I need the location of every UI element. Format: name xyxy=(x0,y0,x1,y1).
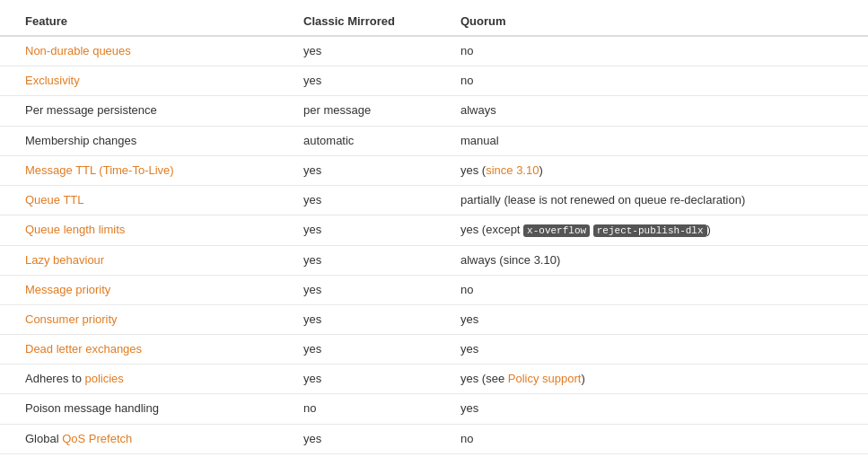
classic-cell: yes xyxy=(278,155,435,185)
page-wrapper: Feature Classic Mirrored Quorum Non-dura… xyxy=(0,0,868,457)
feature-link[interactable]: Queue length limits xyxy=(25,223,125,236)
feature-cell: Consumer priority xyxy=(0,304,278,334)
classic-cell: yes xyxy=(278,245,435,275)
quorum-cell: no xyxy=(435,66,868,96)
feature-cell: Global QoS Prefetch xyxy=(0,424,278,453)
feature-cell: Dead letter exchanges xyxy=(0,335,278,365)
feature-cell: Lazy behaviour xyxy=(0,245,278,275)
classic-cell: yes xyxy=(278,304,435,334)
feature-inline-link[interactable]: QoS Prefetch xyxy=(62,432,132,445)
feature-text: Adheres to xyxy=(25,372,85,385)
classic-cell: yes xyxy=(278,275,435,304)
quorum-cell: yes (except x-overflow reject-publish-dl… xyxy=(435,215,868,245)
quorum-cell: yes (see Policy support) xyxy=(435,365,868,394)
quorum-cell: yes (since 3.10) xyxy=(435,155,868,185)
quorum-cell: always xyxy=(435,96,868,126)
classic-cell: no xyxy=(278,394,435,424)
feature-cell: Message priority xyxy=(0,275,278,304)
quorum-link[interactable]: Policy support xyxy=(508,372,582,385)
table-row: Poison message handlingnoyes xyxy=(0,394,868,424)
classic-cell: yes xyxy=(278,185,435,215)
feature-link[interactable]: Lazy behaviour xyxy=(25,253,104,267)
feature-link[interactable]: Consumer priority xyxy=(25,312,118,326)
feature-cell: Per message persistence xyxy=(0,96,278,126)
feature-link[interactable]: Queue TTL xyxy=(25,193,84,207)
classic-cell: yes xyxy=(278,66,435,96)
comparison-table: Feature Classic Mirrored Quorum Non-dura… xyxy=(0,7,868,454)
header-feature: Feature xyxy=(0,7,278,36)
quorum-cell: manual xyxy=(435,126,868,155)
table-row: Message TTL (Time-To-Live)yesyes (since … xyxy=(0,155,868,185)
table-row: Global QoS Prefetchyesno xyxy=(0,424,868,453)
table-row: Message priorityyesno xyxy=(0,275,868,304)
classic-cell: yes xyxy=(278,424,435,453)
quorum-cell: yes xyxy=(435,335,868,365)
quorum-cell: partially (lease is not renewed on queue… xyxy=(435,185,868,215)
classic-cell: per message xyxy=(278,96,435,126)
feature-cell: Membership changes xyxy=(0,126,278,155)
classic-cell: yes xyxy=(278,365,435,394)
feature-inline-link[interactable]: policies xyxy=(85,372,124,385)
feature-link[interactable]: Non-durable queues xyxy=(25,44,131,57)
table-row: Non-durable queuesyesno xyxy=(0,36,868,66)
quorum-cell: yes xyxy=(435,304,868,334)
header-classic: Classic Mirrored xyxy=(278,7,435,36)
quorum-link[interactable]: since 3.10 xyxy=(486,163,539,177)
classic-cell: automatic xyxy=(278,126,435,155)
classic-cell: yes xyxy=(278,335,435,365)
feature-cell: Poison message handling xyxy=(0,394,278,424)
feature-link[interactable]: Message priority xyxy=(25,283,110,296)
table-row: Dead letter exchangesyesyes xyxy=(0,335,868,365)
feature-cell: Adheres to policies xyxy=(0,365,278,394)
table-header-row: Feature Classic Mirrored Quorum xyxy=(0,7,868,36)
code-reject-publish-dlx: reject-publish-dlx xyxy=(593,224,707,237)
feature-cell: Message TTL (Time-To-Live) xyxy=(0,155,278,185)
feature-text: Global xyxy=(25,432,62,445)
table-row: Exclusivityyesno xyxy=(0,66,868,96)
table-row: Lazy behaviouryesalways (since 3.10) xyxy=(0,245,868,275)
table-row: Per message persistenceper messagealways xyxy=(0,96,868,126)
quorum-cell: no xyxy=(435,424,868,453)
feature-cell: Queue TTL xyxy=(0,185,278,215)
quorum-cell: no xyxy=(435,275,868,304)
table-row: Consumer priorityyesyes xyxy=(0,304,868,334)
feature-link[interactable]: Dead letter exchanges xyxy=(25,342,142,356)
code-x-overflow: x-overflow xyxy=(523,224,590,237)
classic-cell: yes xyxy=(278,36,435,66)
quorum-cell: no xyxy=(435,36,868,66)
feature-link[interactable]: Exclusivity xyxy=(25,74,80,87)
table-row: Queue TTLyespartially (lease is not rene… xyxy=(0,185,868,215)
quorum-cell: always (since 3.10) xyxy=(435,245,868,275)
feature-cell: Non-durable queues xyxy=(0,36,278,66)
table-row: Adheres to policiesyesyes (see Policy su… xyxy=(0,365,868,394)
feature-cell: Queue length limits xyxy=(0,215,278,245)
quorum-cell: yes xyxy=(435,394,868,424)
table-row: Membership changesautomaticmanual xyxy=(0,126,868,155)
feature-link[interactable]: Message TTL (Time-To-Live) xyxy=(25,163,174,177)
table-row: Queue length limitsyesyes (except x-over… xyxy=(0,215,868,245)
feature-cell: Exclusivity xyxy=(0,66,278,96)
classic-cell: yes xyxy=(278,215,435,245)
header-quorum: Quorum xyxy=(435,7,868,36)
